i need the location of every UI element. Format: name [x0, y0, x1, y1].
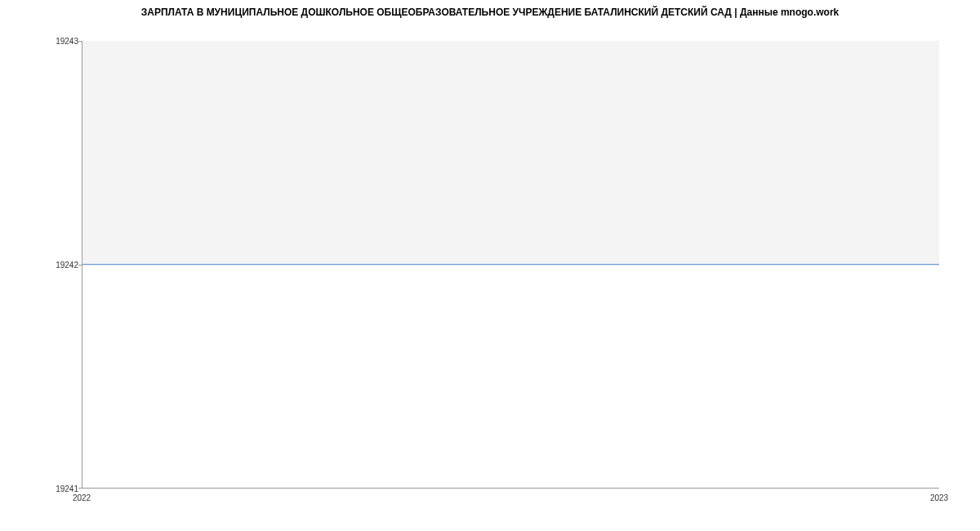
y-tick-label-bottom: 19241: [56, 484, 78, 493]
y-tick-label-top: 19243: [56, 37, 78, 46]
data-line-series-0: [82, 264, 939, 266]
y-tick-label-mid: 19242: [56, 261, 78, 270]
chart-container: ЗАРПЛАТА В МУНИЦИПАЛЬНОЕ ДОШКОЛЬНОЕ ОБЩЕ…: [0, 0, 980, 531]
y-tick-mark: [78, 488, 82, 489]
x-tick-label-right: 2023: [930, 493, 948, 502]
chart-title: ЗАРПЛАТА В МУНИЦИПАЛЬНОЕ ДОШКОЛЬНОЕ ОБЩЕ…: [0, 7, 980, 18]
x-tick-label-left: 2022: [73, 493, 91, 502]
plot-background-upper: [82, 41, 939, 265]
plot-area: [82, 41, 939, 489]
plot-background-lower: [82, 265, 939, 489]
y-tick-mark: [78, 41, 82, 42]
y-tick-mark: [78, 265, 82, 266]
